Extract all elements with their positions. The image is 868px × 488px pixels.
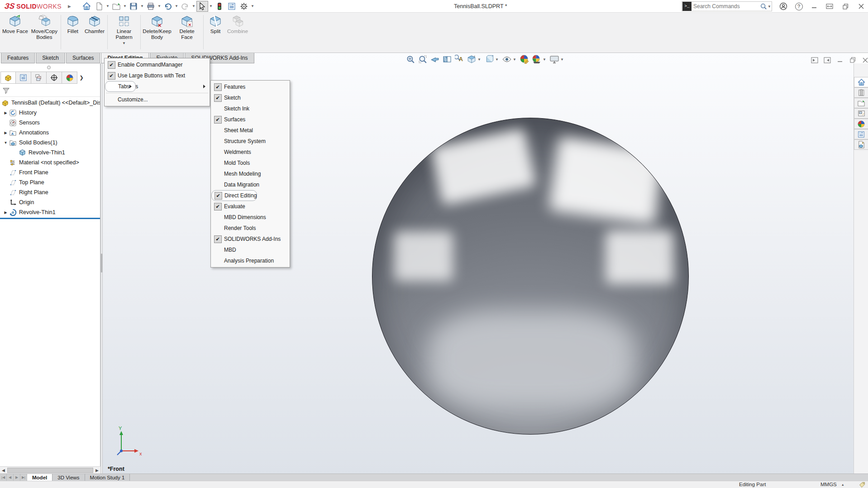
split-button[interactable]: Split — [205, 14, 226, 35]
previous-view-button[interactable] — [430, 55, 439, 64]
design-checker-button[interactable] — [226, 1, 238, 12]
print-button[interactable] — [145, 1, 157, 12]
menu-item-customize[interactable]: Customize... — [105, 94, 209, 105]
panel-splitter[interactable] — [100, 63, 103, 474]
save-button[interactable] — [128, 1, 139, 12]
view-orientation-caret-icon[interactable]: ▼ — [477, 57, 482, 62]
display-style-button[interactable]: ▼ — [485, 55, 499, 64]
submenu-item-mbd[interactable]: MBD — [211, 244, 289, 255]
view-orientation-button[interactable]: ▼ — [467, 55, 482, 64]
next-tab-button[interactable]: ▶ — [14, 474, 20, 481]
save-caret-icon[interactable]: ▼ — [140, 4, 144, 8]
submenu-item-features[interactable]: ✔Features — [211, 81, 289, 92]
submenu-item-weldments[interactable]: Weldments — [211, 147, 289, 158]
collapse-arrow-icon[interactable]: ▼ — [3, 141, 8, 145]
zoom-to-fit-button[interactable] — [406, 55, 415, 64]
redo-caret-icon[interactable]: ▼ — [191, 4, 196, 8]
delete-keep-body-button[interactable]: ✕ Delete/Keep Body — [142, 14, 172, 41]
tab-sketch[interactable]: Sketch — [36, 53, 65, 63]
open-button[interactable] — [110, 1, 122, 12]
submenu-item-surfaces[interactable]: ✔Surfaces — [211, 114, 289, 125]
apply-scene-caret-icon[interactable]: ▼ — [542, 57, 547, 62]
annotation-visibility-button[interactable]: A — [455, 55, 464, 64]
tab-surfaces[interactable]: Surfaces — [66, 53, 100, 63]
options-button[interactable] — [238, 1, 250, 12]
submenu-item-data-migration[interactable]: Data Migration — [211, 179, 289, 190]
span-displays-button[interactable] — [824, 1, 835, 12]
new-document-caret-icon[interactable]: ▼ — [105, 4, 110, 8]
search-commands-box[interactable]: >_ ▼ — [682, 1, 772, 11]
view-palette-tab[interactable] — [854, 108, 868, 119]
tree-item-front-plane[interactable]: Front Plane — [0, 167, 100, 177]
panel-collapse-handle[interactable] — [47, 66, 51, 69]
restore-button[interactable] — [839, 1, 851, 12]
options-caret-icon[interactable]: ▼ — [250, 4, 255, 8]
motion-study-tab[interactable]: Motion Study 1 — [85, 474, 130, 481]
move-copy-bodies-button[interactable]: Move/Copy Bodies — [29, 14, 59, 41]
appearances-scenes-tab[interactable] — [854, 119, 868, 129]
tree-item-solid-bodies[interactable]: ▼ Solid Bodies(1) — [0, 138, 100, 148]
panel-horizontal-scrollbar[interactable]: ◀ ▶ — [0, 466, 100, 474]
3d-views-tab[interactable]: 3D Views — [52, 474, 85, 481]
submenu-item-direct-editing[interactable]: ✔Direct Editing — [211, 190, 257, 201]
expand-arrow-icon[interactable]: ▶ — [3, 211, 8, 215]
submenu-item-sketch[interactable]: ✔Sketch — [211, 92, 289, 103]
user-account-button[interactable] — [777, 1, 789, 12]
redo-button[interactable] — [179, 1, 191, 12]
feature-manager-tab[interactable] — [0, 72, 16, 84]
move-face-button[interactable]: Move Face — [1, 14, 29, 35]
rebuild-button[interactable] — [214, 1, 225, 12]
model-tab[interactable]: Model — [27, 474, 52, 481]
dimxpert-manager-tab[interactable] — [47, 72, 62, 84]
design-library-tab[interactable] — [854, 87, 868, 98]
submenu-item-solidworks-add-ins[interactable]: ✔SOLIDWORKS Add-Ins — [211, 234, 289, 244]
configuration-manager-tab[interactable] — [31, 72, 47, 84]
submenu-item-render-tools[interactable]: Render Tools — [211, 223, 289, 234]
units-selector[interactable]: MMGS ▲ — [820, 482, 844, 487]
filter-funnel-icon[interactable] — [2, 87, 10, 95]
print-caret-icon[interactable]: ▼ — [157, 4, 162, 8]
submenu-item-mold-tools[interactable]: Mold Tools — [211, 158, 289, 168]
apply-scene-button[interactable]: ▼ — [532, 55, 547, 64]
search-input[interactable] — [693, 3, 760, 10]
submenu-item-analysis-preparation[interactable]: Analysis Preparation — [211, 255, 289, 266]
section-view-button[interactable] — [443, 55, 452, 63]
expand-arrow-icon[interactable]: ▶ — [3, 111, 8, 115]
expand-arrow-icon[interactable]: ▶ — [3, 131, 8, 135]
new-document-button[interactable] — [93, 1, 105, 12]
tree-item-revolve-thin1-feature[interactable]: ▶ Revolve-Thin1 — [0, 207, 100, 217]
help-button[interactable]: ? — [793, 1, 805, 12]
scroll-right-arrow-icon[interactable]: ▶ — [94, 467, 100, 474]
submenu-item-sheet-metal[interactable]: Sheet Metal — [211, 125, 289, 136]
undo-caret-icon[interactable]: ▼ — [174, 4, 179, 8]
tab-features[interactable]: Features — [1, 53, 35, 63]
delete-face-button[interactable]: ✕ Delete Face — [172, 14, 202, 41]
last-tab-button[interactable]: ▶| — [20, 474, 27, 481]
previous-tab-button[interactable]: ◀ — [7, 474, 14, 481]
submenu-item-mbd-dimensions[interactable]: MBD Dimensions — [211, 212, 289, 223]
select-caret-icon[interactable]: ▼ — [209, 4, 213, 8]
menu-flyout-arrow-icon[interactable]: ▶ — [68, 4, 71, 9]
tree-item-right-plane[interactable]: Right Plane — [0, 187, 100, 197]
view-settings-caret-icon[interactable]: ▼ — [560, 57, 564, 62]
view-settings-button[interactable]: ▼ — [550, 55, 564, 63]
zoom-to-area-button[interactable] — [418, 55, 427, 64]
minimize-button[interactable] — [808, 1, 820, 12]
close-button[interactable] — [855, 1, 867, 12]
tile-right-button[interactable] — [823, 56, 832, 64]
hide-show-caret-icon[interactable]: ▼ — [512, 57, 517, 62]
hide-show-tags-icon[interactable] — [859, 482, 865, 488]
linear-pattern-flyout-caret-icon[interactable]: ▼ — [122, 41, 126, 47]
edit-appearance-button[interactable] — [520, 55, 529, 64]
menu-item-enable-commandmanager[interactable]: ✔ Enable CommandManager — [105, 59, 209, 70]
doc-restore-button[interactable] — [848, 56, 857, 64]
display-style-caret-icon[interactable]: ▼ — [495, 57, 499, 62]
scroll-left-arrow-icon[interactable]: ◀ — [0, 467, 7, 474]
tree-item-sensors[interactable]: Sensors — [0, 118, 100, 128]
doc-close-button[interactable] — [861, 56, 868, 64]
search-icon[interactable] — [760, 3, 767, 10]
submenu-item-mesh-modeling[interactable]: Mesh Modeling — [211, 168, 289, 179]
scrollbar-thumb[interactable] — [7, 468, 93, 473]
hide-show-items-button[interactable]: ▼ — [502, 56, 517, 62]
tree-root-item[interactable]: TennisBall (Default) <<Default>_Displ... — [0, 98, 100, 108]
